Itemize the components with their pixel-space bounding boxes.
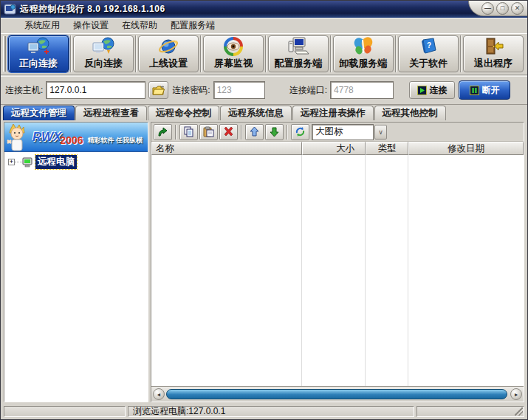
toolbar-separator [200,35,202,72]
reverse-connect-icon [92,36,114,56]
tab-remote-file-manager[interactable]: 远程文件管理 [3,106,75,120]
tree-expander-icon[interactable]: + [8,159,15,165]
forward-connect-icon [27,36,49,56]
computer-icon [22,157,34,168]
port-input[interactable] [331,82,393,98]
menu-config-server[interactable]: 配置服务端 [165,18,221,33]
tab-remote-other-control[interactable]: 远程其他控制 [374,106,446,120]
menu-bar: 系统应用 操作设置 在线帮助 配置服务端 [1,18,527,34]
scrollbar-thumb[interactable] [166,389,507,399]
column-gridline [301,155,302,386]
uninstall-server-button[interactable]: 卸载服务端 [333,35,394,72]
brand-year: 2006 [60,134,83,146]
password-input[interactable] [214,82,264,98]
forward-connect-button[interactable]: 正向连接 [8,35,69,72]
online-settings-button[interactable]: 上线设置 [138,35,199,72]
horizontal-scrollbar[interactable]: ◂ ▸ [151,386,524,402]
close-button[interactable]: ✕ [511,2,524,15]
minimize-button[interactable]: — [481,2,494,15]
toolbar-separator [135,35,137,72]
connect-button[interactable]: 连接 [409,81,455,99]
about-label: 关于软件 [409,57,448,70]
tree-item-label[interactable]: 远程电脑 [35,155,77,169]
column-header-size[interactable]: 大小 [302,142,366,155]
tab-remote-command-control[interactable]: 远程命令控制 [148,106,219,120]
menu-system[interactable]: 系统应用 [18,18,66,33]
forward-connect-label: 正向连接 [19,57,58,70]
file-browser-panel: 大图标 ∨ 名称 大小 类型 修改日期 ◂ ▸ [151,122,524,402]
scroll-left-button[interactable]: ◂ [153,388,165,400]
toolbar-separator [287,125,288,140]
tab-remote-registry[interactable]: 远程注册表操作 [292,106,374,120]
toolbar-separator [265,35,267,72]
tree-connector [15,162,22,162]
status-bar: 浏览远程电脑:127.0.0.1 [1,404,527,419]
go-up-icon [157,126,168,137]
copy-icon [183,126,194,137]
view-mode-dropdown-button[interactable]: ∨ [374,125,387,140]
column-gridline [408,155,408,386]
maximize-button[interactable]: □ [496,2,509,15]
tab-bar: 远程文件管理 远程进程查看 远程命令控制 远程系统信息 远程注册表操作 远程其他… [1,105,527,120]
column-gridline [365,155,366,386]
status-panel-left [4,406,126,417]
connect-label: 连接 [430,84,448,97]
screen-monitor-button[interactable]: 屏幕监视 [203,35,264,72]
exit-button[interactable]: 退出程序 [463,35,524,72]
tab-remote-process-view[interactable]: 远程进程查看 [75,106,147,120]
screen-monitor-label: 屏幕监视 [214,57,253,70]
column-header-type[interactable]: 类型 [366,142,408,155]
delete-button[interactable] [219,124,238,140]
view-mode-select[interactable]: 大图标 [312,125,373,140]
brand-slogan: 精彩软件 任我纵横 [88,136,143,145]
play-icon [417,86,427,95]
upload-button[interactable] [245,124,264,140]
online-settings-label: 上线设置 [149,57,188,70]
uninstall-server-label: 卸载服务端 [340,57,388,70]
menu-settings[interactable]: 操作设置 [67,18,114,33]
scroll-right-button[interactable]: ▸ [510,388,522,400]
download-icon [269,126,280,137]
column-header-date[interactable]: 修改日期 [408,142,524,155]
brand-text: RWX [32,130,61,145]
chevron-down-icon: ∨ [378,128,383,136]
port-label: 连接端口: [289,84,327,97]
refresh-button[interactable] [291,124,309,140]
screen-monitor-icon [223,36,244,56]
go-up-button[interactable] [154,124,172,140]
host-input[interactable] [47,82,145,98]
about-button[interactable]: ? 关于软件 [398,35,459,72]
app-window: 远程控制任我行 8.0 192.168.1.106 — □ ✕ 系统应用 操作设… [0,0,528,420]
copy-button[interactable] [179,124,198,140]
online-settings-icon [158,36,179,56]
disconnect-button[interactable]: 断开 [459,80,510,100]
refresh-icon [295,126,306,137]
column-header-name[interactable]: 名称 [151,142,302,155]
svg-text:?: ? [427,41,431,49]
download-button[interactable] [265,124,284,140]
file-list[interactable] [151,155,524,386]
main-area: RWX 2006 精彩软件 任我纵横 + 远程电脑 [1,120,527,404]
upload-icon [249,126,260,137]
reverse-connect-label: 反向连接 [84,57,123,70]
host-label: 连接主机: [5,84,43,97]
resize-grip[interactable] [515,407,523,416]
toolbar-separator [70,35,72,72]
column-header-row: 名称 大小 类型 修改日期 [151,142,524,155]
pause-icon [470,86,479,95]
toolbar-separator [330,35,332,72]
paste-button[interactable] [199,124,218,140]
browse-hosts-button[interactable] [148,81,168,99]
connection-bar: 连接主机: 连接密码: 连接端口: 连接 [1,76,527,105]
configure-server-label: 配置服务端 [275,57,323,70]
tab-remote-system-info[interactable]: 远程系统信息 [220,106,292,120]
about-icon: ? [419,36,438,56]
configure-server-button[interactable]: 配置服务端 [268,35,329,72]
open-folder-icon [152,86,165,95]
delete-icon [223,126,234,137]
exit-label: 退出程序 [474,57,512,70]
reverse-connect-button[interactable]: 反向连接 [73,35,134,72]
menu-help[interactable]: 在线帮助 [116,18,163,33]
tree-item-remote-computer[interactable]: + 远程电脑 [6,156,146,168]
status-panel-right [416,406,524,417]
